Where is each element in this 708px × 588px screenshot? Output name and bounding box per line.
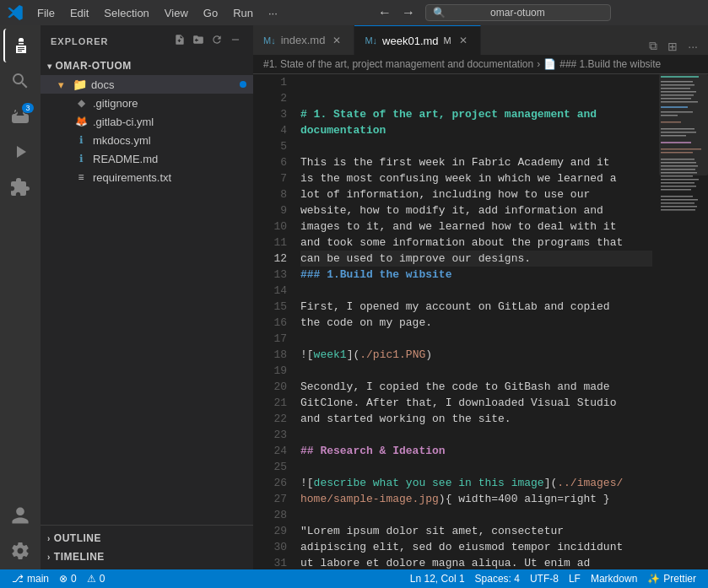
nav-forward-button[interactable]: → — [398, 3, 419, 22]
status-eol[interactable]: LF — [564, 569, 586, 588]
menu-go[interactable]: Go — [197, 5, 224, 21]
tabs-more-button[interactable]: ··· — [684, 37, 701, 55]
outline-section[interactable]: › OUTLINE — [41, 529, 253, 548]
tree-item-gitignore[interactable]: ◆ .gitignore — [41, 94, 253, 112]
more-tabs-button[interactable]: ⊞ — [664, 37, 681, 55]
tree-item-gitlab-ci[interactable]: 🦊 .gitlab-ci.yml — [41, 112, 253, 131]
gitlab-icon: 🦊 — [74, 115, 88, 128]
line-num-3: 3 — [253, 106, 287, 122]
minimap[interactable] — [659, 74, 708, 569]
code-line-7: is the most confusing week in which we l… — [300, 170, 652, 186]
activity-run[interactable] — [3, 135, 37, 169]
line-num-16: 16 — [253, 315, 287, 331]
sidebar-header: Explorer — [41, 25, 253, 57]
breadcrumb-part1[interactable]: #1. State of the art, project management… — [263, 58, 533, 70]
docs-modified-badge — [240, 81, 246, 88]
menu-bar: File Edit Selection View Go Run ··· — [30, 5, 284, 21]
menu-more[interactable]: ··· — [262, 5, 284, 21]
status-bar: ⎇ main ⊗ 0 ⚠ 0 Ln 12, Col 1 Spaces: 4 UT… — [0, 569, 708, 588]
editor-content: 1 2 3 4 5 6 7 8 9 10 11 12 13 14 15 16 1… — [253, 74, 708, 569]
status-position[interactable]: Ln 12, Col 1 — [405, 569, 470, 588]
svg-rect-27 — [661, 189, 691, 191]
new-file-button[interactable] — [172, 32, 187, 50]
nav-buttons: ← → — [375, 3, 419, 22]
line-num-6: 6 — [253, 154, 287, 170]
refresh-button[interactable] — [209, 32, 224, 50]
tree-item-readme[interactable]: ℹ README.md — [41, 149, 253, 168]
activity-settings[interactable] — [3, 534, 37, 568]
line-num-1: 1 — [253, 74, 287, 90]
code-line-17 — [300, 331, 652, 347]
branch-icon: ⎇ — [12, 573, 24, 585]
code-line-19 — [300, 363, 652, 379]
folder-icon: 📁 — [73, 78, 86, 91]
tree-item-gitignore-label: .gitignore — [93, 97, 246, 110]
menu-run[interactable]: Run — [226, 5, 260, 21]
activity-search[interactable] — [3, 64, 37, 98]
line-num-14: 14 — [253, 283, 287, 299]
activity-extensions[interactable] — [3, 170, 37, 204]
activity-source-control[interactable]: 3 — [3, 100, 37, 133]
code-line-18: ![week1](./pic1.PNG) — [300, 347, 652, 363]
line-num-13: 13 — [253, 267, 287, 283]
txt-icon: ≡ — [74, 170, 88, 184]
code-line-13: ### 1.Build the wibsite — [300, 267, 652, 283]
status-branch[interactable]: ⎇ main — [7, 569, 54, 588]
line-num-15: 15 — [253, 299, 287, 315]
menu-edit[interactable]: Edit — [63, 5, 95, 21]
split-editor-button[interactable]: ⧉ — [646, 37, 661, 55]
code-line-8: lot of information, including how to use… — [300, 186, 652, 202]
breadcrumb-icon: 📄 — [543, 58, 556, 70]
search-text: omar-otuom — [446, 7, 590, 19]
status-warnings[interactable]: ⚠ 0 — [82, 569, 111, 588]
tree-item-docs[interactable]: ▾ 📁 docs — [41, 75, 253, 94]
line-num-19: 19 — [253, 363, 287, 379]
tab-week01-md[interactable]: M↓ week01.md M ✕ — [354, 25, 480, 55]
activity-account[interactable] — [3, 499, 37, 532]
workspace-root[interactable]: ▾ OMAR-OTUOM — [41, 57, 253, 75]
tab-index-md[interactable]: M↓ index.md ✕ — [253, 25, 354, 55]
breadcrumb-part2[interactable]: ### 1.Build the wibsite — [559, 58, 661, 70]
activity-explorer[interactable] — [3, 29, 37, 62]
code-line-3: # 1. State of the art, project managemen… — [300, 106, 652, 122]
outline-chevron-icon: › — [47, 534, 51, 543]
tab-week01-label: week01.md — [382, 35, 438, 47]
line-num-4: 4 — [253, 122, 287, 138]
vscode-logo — [7, 4, 24, 21]
code-editor[interactable]: # 1. State of the art, project managemen… — [294, 74, 659, 569]
tab-index-close[interactable]: ✕ — [330, 34, 343, 47]
menu-file[interactable]: File — [30, 5, 62, 21]
tree-item-requirements-label: requirements.txt — [93, 171, 246, 184]
line-num-17: 17 — [253, 331, 287, 347]
status-errors[interactable]: ⊗ 0 — [54, 569, 82, 588]
timeline-section[interactable]: › TIMELINE — [41, 548, 253, 566]
collapse-all-button[interactable] — [228, 32, 243, 50]
nav-back-button[interactable]: ← — [375, 3, 395, 22]
menu-selection[interactable]: Selection — [97, 5, 155, 21]
status-language[interactable]: Markdown — [586, 569, 642, 588]
tab-index-label: index.md — [281, 34, 326, 46]
tab-week01-icon: M↓ — [365, 35, 377, 46]
new-folder-button[interactable] — [191, 32, 206, 50]
code-line-6: This is the first week in Fabric Academy… — [300, 154, 652, 170]
code-line-12: can be used to improve our designs. — [300, 251, 652, 267]
sidebar-bottom: › OUTLINE › TIMELINE — [41, 525, 253, 569]
tabs-bar: M↓ index.md ✕ M↓ week01.md M ✕ ⧉ ⊞ ··· — [253, 25, 708, 55]
tree-item-gitlab-ci-label: .gitlab-ci.yml — [93, 116, 246, 128]
tree-item-requirements[interactable]: ≡ requirements.txt — [41, 168, 253, 186]
status-encoding[interactable]: UTF-8 — [525, 569, 564, 588]
line-num-5: 5 — [253, 138, 287, 154]
status-formatter[interactable]: ✨ Prettier — [642, 569, 701, 588]
search-bar[interactable]: 🔍 omar-otuom — [425, 4, 611, 21]
sidebar-actions — [172, 32, 243, 50]
menu-view[interactable]: View — [158, 5, 195, 21]
code-line-15: First, I opened my account on GitLab and… — [300, 299, 652, 315]
tab-week01-close[interactable]: ✕ — [457, 34, 470, 47]
source-control-badge: 3 — [22, 103, 34, 113]
tree-item-mkdocs[interactable]: ℹ mkdocs.yml — [41, 131, 253, 149]
code-line-26: ![describe what you see in this image](.… — [300, 475, 652, 491]
code-line-14 — [300, 283, 652, 299]
sidebar: Explorer ▾ OMAR-OTUOM — [41, 25, 253, 569]
code-line-31: ut labore et dolore magna aliqua. Ut eni… — [300, 555, 652, 569]
status-spaces[interactable]: Spaces: 4 — [470, 569, 525, 588]
